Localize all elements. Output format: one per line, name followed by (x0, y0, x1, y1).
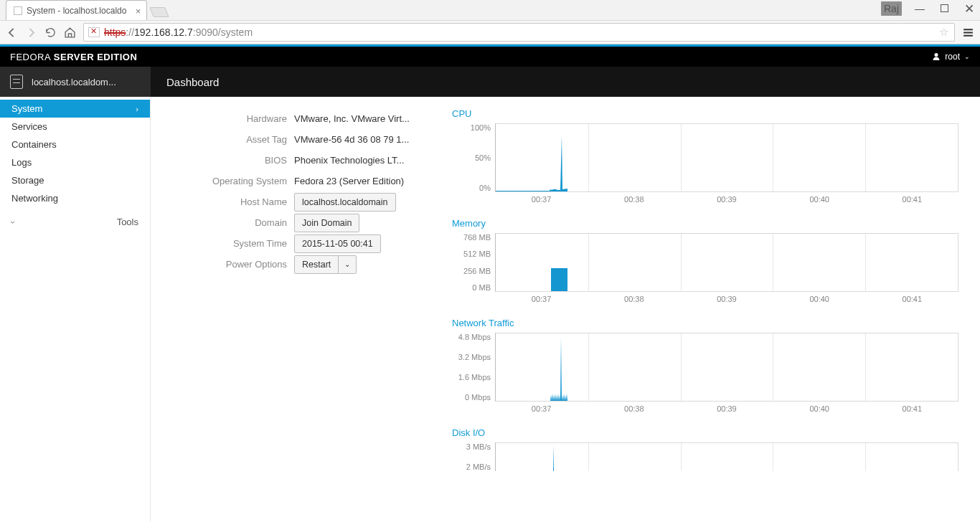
window-close-icon[interactable]: ✕ (961, 0, 977, 18)
restart-label: Restart (302, 260, 331, 270)
back-button[interactable] (6, 27, 18, 39)
y-tick: 4.8 Mbps (452, 333, 491, 341)
sidebar-item-logs[interactable]: Logs (0, 153, 150, 171)
x-tick: 00:39 (717, 295, 737, 303)
info-value: VMware, Inc. VMware Virt... (294, 113, 410, 124)
header-bar: localhost.localdom... Dashboard (0, 67, 980, 97)
info-row-hostname: Host Name localhost.localdomain (151, 191, 423, 212)
y-axis: 3 MB/s 2 MB/s (452, 442, 491, 471)
info-row-asset-tag: Asset Tag VMware-56 4d 36 08 79 1... (151, 129, 423, 150)
sidebar-item-tools[interactable]: Tools (0, 213, 150, 231)
x-tick: 00:37 (532, 295, 552, 303)
y-tick: 2 MB/s (452, 462, 491, 471)
plot-area (495, 333, 958, 402)
chart-title[interactable]: Network Traffic (452, 318, 958, 328)
browser-toolbar: https :// 192.168.12.7 :9090/system ☆ (0, 20, 980, 44)
browser-chrome: System - localhost.localdo × Raj — ✕ htt… (0, 0, 980, 44)
info-value: VMware-56 4d 36 08 79 1... (294, 134, 409, 145)
x-tick: 00:37 (532, 404, 552, 413)
info-label: Power Options (151, 259, 294, 270)
url-host: 192.168.12.7 (134, 27, 193, 38)
plot-area (495, 442, 958, 471)
sidebar-item-label: Containers (11, 139, 57, 150)
browser-menu-icon[interactable] (962, 27, 974, 39)
chart-network: Network Traffic 4.8 Mbps 3.2 Mbps 1.6 Mb… (452, 318, 958, 413)
chart-title[interactable]: CPU (452, 108, 958, 119)
x-axis: 00:37 00:38 00:39 00:40 00:41 (495, 404, 958, 413)
chart-disk: Disk I/O 3 MB/s 2 MB/s (452, 427, 958, 471)
x-axis: 00:37 00:38 00:39 00:40 00:41 (495, 195, 958, 204)
chart-memory: Memory 768 MB 512 MB 256 MB 0 MB (452, 218, 958, 303)
window-controls: Raj — ✕ (881, 0, 977, 17)
x-tick: 00:38 (624, 404, 644, 413)
sidebar-item-system[interactable]: System › (0, 100, 150, 118)
y-tick: 0 MB (452, 283, 491, 292)
address-bar[interactable]: https :// 192.168.12.7 :9090/system ☆ (83, 23, 955, 42)
home-button[interactable] (64, 27, 76, 39)
host-box[interactable]: localhost.localdom... (0, 67, 151, 97)
url-sep: :// (126, 27, 134, 38)
y-tick: 50% (452, 153, 491, 162)
profile-badge[interactable]: Raj (881, 1, 902, 16)
user-icon (932, 52, 941, 61)
info-row-os: Operating System Fedora 23 (Server Editi… (151, 171, 423, 191)
chart-cpu: CPU 100% 50% 0% 00:37 (452, 108, 958, 204)
sidebar-item-containers[interactable]: Containers (0, 136, 150, 153)
x-tick: 00:38 (624, 195, 644, 204)
restart-button[interactable]: Restart ⌄ (294, 255, 357, 274)
sidebar-item-networking[interactable]: Networking (0, 189, 150, 207)
window-maximize-icon[interactable] (938, 1, 951, 16)
x-tick: 00:39 (717, 404, 737, 413)
sidebar-item-label: Services (11, 121, 47, 132)
sidebar-item-label: Networking (11, 193, 58, 204)
app-body: System › Services Containers Logs Storag… (0, 97, 980, 522)
chevron-down-icon[interactable]: ⌄ (338, 256, 356, 273)
info-row-systemtime: System Time 2015-11-05 00:41 (151, 233, 423, 254)
page-title: Dashboard (151, 67, 219, 97)
window-minimize-icon[interactable]: — (912, 1, 928, 16)
x-tick: 00:40 (809, 404, 829, 413)
y-tick: 768 MB (452, 233, 491, 242)
y-tick: 512 MB (452, 250, 491, 258)
y-tick: 0% (452, 184, 491, 192)
sidebar-item-label: System (11, 103, 42, 114)
reload-button[interactable] (44, 27, 57, 39)
x-tick: 00:41 (903, 404, 923, 413)
join-domain-button[interactable]: Join Domain (294, 214, 359, 232)
chart-title[interactable]: Memory (452, 218, 958, 229)
hostname-button[interactable]: localhost.localdomain (294, 193, 396, 212)
sidebar-item-label: Logs (11, 157, 32, 168)
tab-strip: System - localhost.localdo × Raj — ✕ (0, 0, 980, 20)
system-info-table: Hardware VMware, Inc. VMware Virt... Ass… (151, 108, 423, 522)
system-time-button[interactable]: 2015-11-05 00:41 (294, 234, 381, 253)
y-tick: 3.2 Mbps (452, 353, 491, 361)
info-value: Fedora 23 (Server Edition) (294, 176, 404, 186)
plot-area (495, 233, 958, 292)
info-label: Host Name (151, 196, 294, 207)
y-tick: 3 MB/s (452, 442, 491, 451)
info-row-bios: BIOS Phoenix Technologies LT... (151, 150, 423, 171)
chart-title[interactable]: Disk I/O (452, 427, 958, 438)
sidebar-item-services[interactable]: Services (0, 118, 150, 136)
https-warning-icon (88, 27, 100, 37)
y-axis: 100% 50% 0% (452, 123, 491, 192)
browser-tab[interactable]: System - localhost.localdo × (6, 0, 147, 20)
user-name: root (945, 52, 960, 62)
user-menu[interactable]: root ⌄ (932, 52, 970, 62)
tab-title: System - localhost.localdo (27, 6, 126, 16)
main-content: Hardware VMware, Inc. VMware Virt... Ass… (151, 97, 980, 522)
forward-button[interactable] (25, 27, 37, 39)
favicon-icon (14, 6, 22, 15)
tab-close-icon[interactable]: × (136, 6, 141, 16)
x-tick: 00:39 (717, 195, 737, 204)
info-label: Hardware (151, 113, 294, 124)
info-value: Phoenix Technologies LT... (294, 155, 404, 166)
x-tick: 00:41 (903, 195, 923, 204)
new-tab-button[interactable] (150, 7, 170, 17)
chevron-down-icon: ⌄ (964, 53, 970, 60)
y-tick: 100% (452, 123, 491, 132)
sidebar-item-storage[interactable]: Storage (0, 171, 150, 189)
y-axis: 4.8 Mbps 3.2 Mbps 1.6 Mbps 0 Mbps (452, 333, 491, 402)
bookmark-star-icon[interactable]: ☆ (939, 26, 948, 39)
sidebar: System › Services Containers Logs Storag… (0, 97, 151, 522)
